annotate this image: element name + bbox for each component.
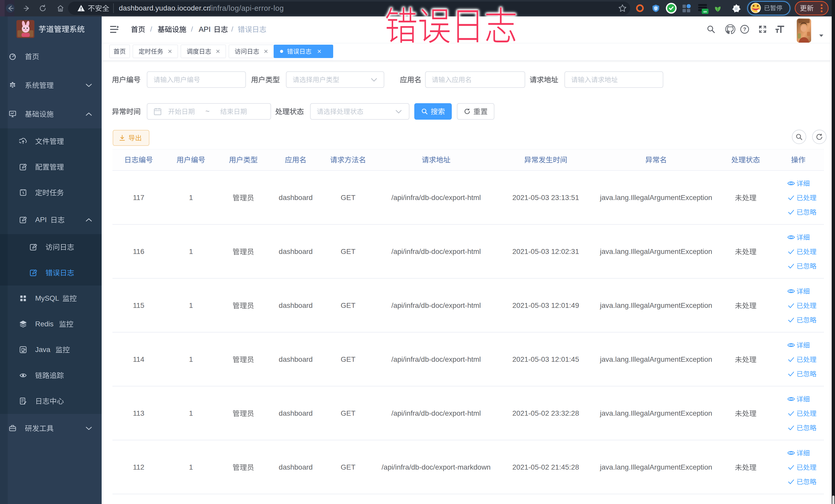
svg-text:on: on [703, 10, 707, 13]
svg-text:?: ? [743, 26, 746, 32]
